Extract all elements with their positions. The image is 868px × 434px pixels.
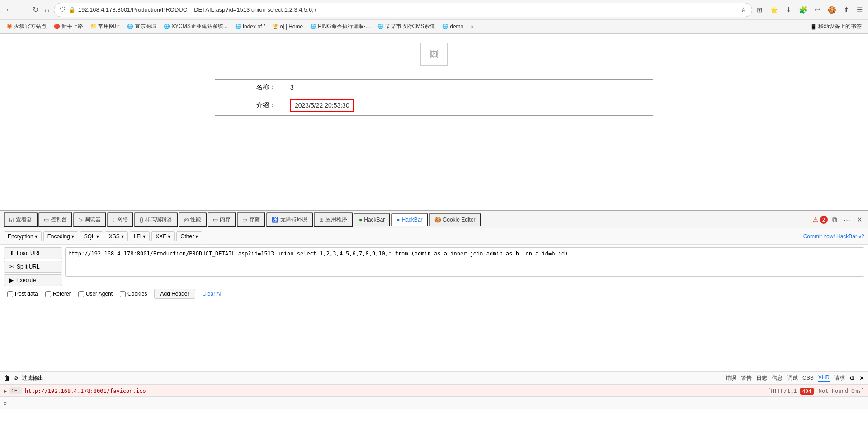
back-button[interactable]: ←: [4, 4, 14, 16]
dropdown-label: XXE: [156, 233, 166, 240]
execute-button[interactable]: ▶ Execute: [4, 274, 62, 286]
tab-console[interactable]: ▭ 控制台: [38, 212, 72, 227]
storage-icon: ▭: [242, 217, 247, 223]
dropdown-sql[interactable]: SQL ▾: [80, 231, 103, 241]
home-button[interactable]: ⌂: [43, 4, 51, 16]
nav-icons: ⊞ ⭐ ⬇ 🧩 ↩ 🍪 ⬆ ☰: [755, 4, 864, 16]
refresh-button[interactable]: ↻: [31, 4, 40, 16]
commit-now-text[interactable]: Commit now! HackBar v2: [803, 233, 864, 240]
tab-style-editor[interactable]: {} 样式编辑器: [134, 212, 178, 227]
tab-debugger[interactable]: ▷ 调试器: [73, 212, 106, 227]
address-bar[interactable]: 🛡 🔒 192.168.4.178:8001/Production/PRODUC…: [54, 3, 752, 17]
split-url-button[interactable]: ✂ Split URL: [4, 261, 62, 273]
devtools-expand-btn[interactable]: ⧉: [830, 214, 839, 226]
chevron-down-icon: ▾: [35, 233, 38, 240]
tab-label: 内存: [220, 216, 231, 223]
dropdown-encryption[interactable]: Encryption ▾: [4, 231, 42, 241]
table-label-name: 名称：: [215, 80, 283, 95]
bookmark-mobile[interactable]: 📱 移动设备上的书签: [807, 22, 864, 31]
bookmark-icon-firefox: 🦊: [6, 24, 13, 29]
console-tab-logs[interactable]: 日志: [756, 374, 767, 382]
console-tab-requests[interactable]: 请求: [834, 374, 845, 382]
tab-performance[interactable]: ◎ 性能: [179, 212, 207, 227]
log-expand-button[interactable]: ▶: [4, 388, 7, 394]
tab-hackbar2[interactable]: ● HackBar: [391, 213, 428, 226]
console-tab-errors[interactable]: 错误: [726, 374, 736, 382]
log-method-badge: GET: [9, 387, 22, 394]
tab-hackbar1[interactable]: ● HackBar: [354, 213, 390, 226]
bookmark-common[interactable]: 📁 常用网址: [88, 22, 123, 31]
checkbox-user-agent[interactable]: User Agent: [78, 291, 113, 297]
clear-all-button[interactable]: Clear All: [203, 291, 223, 297]
checkbox-post-data[interactable]: Post data: [7, 291, 38, 297]
cmd-chevron[interactable]: »: [4, 400, 7, 406]
console-gear-icon[interactable]: ⚙: [849, 375, 855, 382]
hackbar1-icon: ●: [359, 217, 362, 223]
dropdown-encoding[interactable]: Encoding ▾: [43, 231, 78, 241]
hackbar2-icon: ●: [396, 217, 400, 223]
bookmark-demo[interactable]: 🌐 demo: [439, 23, 466, 31]
menu-icon[interactable]: ☰: [855, 4, 864, 16]
console-tab-info[interactable]: 信息: [772, 374, 783, 382]
dropdown-xss[interactable]: XSS ▾: [105, 231, 128, 241]
post-data-checkbox[interactable]: [7, 291, 13, 297]
bookmark-more[interactable]: »: [468, 23, 476, 31]
tab-inspector[interactable]: ◱ 查看器: [4, 212, 38, 227]
content-table-wrapper: 名称： 3 介绍： 2023/5/22 20:53:30: [0, 79, 868, 116]
bookmark-label: Index of /: [243, 24, 265, 30]
bookmark-indexof[interactable]: 🌐 Index of /: [232, 23, 268, 31]
puzzle-icon[interactable]: 🧩: [797, 4, 809, 16]
bookmark-label: PING命令执行漏洞-...: [318, 23, 370, 30]
console-tab-bar: 错误 警告 日志 信息 调试 CSS XHR 请求 ⚙ ✕: [726, 374, 864, 382]
tab-memory[interactable]: ▭ 内存: [208, 212, 236, 227]
tab-cookie-editor[interactable]: 🍪 Cookie Editor: [429, 213, 481, 226]
chevron-down-icon: ▾: [121, 233, 124, 240]
console-tab-xhr[interactable]: XHR: [818, 374, 830, 382]
download-icon[interactable]: ⬇: [784, 4, 793, 16]
tab-accessibility[interactable]: ♿ 无障碍环境: [266, 212, 313, 227]
console-log-row: ▶ GET http://192.168.4.178:8001/favicon.…: [0, 385, 868, 396]
bookmark-firefox[interactable]: 🦊 火狐官方站点: [4, 22, 49, 31]
share-icon[interactable]: ⬆: [842, 4, 851, 16]
dropdown-xxe[interactable]: XXE ▾: [151, 231, 175, 241]
bookmark-cms[interactable]: 🌐 某某市政府CMS系统: [375, 22, 438, 31]
console-close-icon[interactable]: ✕: [859, 375, 864, 382]
forward-button[interactable]: →: [17, 4, 28, 16]
devtools-close-btn[interactable]: ✕: [855, 214, 864, 226]
cookies-checkbox[interactable]: [120, 291, 126, 297]
dropdown-other[interactable]: Other ▾: [176, 231, 202, 241]
star-icon[interactable]: ☆: [741, 6, 746, 13]
dropdown-lfi[interactable]: LFI ▾: [130, 231, 150, 241]
devtools-more-btn[interactable]: ⋯: [842, 214, 852, 226]
bookmark-star-icon[interactable]: ⭐: [768, 4, 780, 16]
referer-checkbox[interactable]: [45, 291, 51, 297]
bookmark-oj[interactable]: 🏆 oj | Home: [269, 23, 306, 31]
user-agent-checkbox[interactable]: [78, 291, 84, 297]
checkbox-cookies[interactable]: Cookies: [120, 291, 147, 297]
bookmark-jd[interactable]: 🌐 京东商城: [124, 22, 159, 31]
tab-application[interactable]: ⊞ 应用程序: [314, 212, 353, 227]
bookmark-ping[interactable]: 🌐 PING命令执行漏洞-...: [307, 22, 373, 31]
console-tab-css[interactable]: CSS: [802, 375, 814, 381]
hackbar-url-textarea[interactable]: http://192.168.4.178:8001/Production/PRO…: [65, 247, 864, 277]
bookmark-label: oj | Home: [280, 24, 303, 30]
back-arrow-icon[interactable]: ↩: [813, 4, 822, 16]
checkbox-referer[interactable]: Referer: [45, 291, 71, 297]
bookmark-xycms[interactable]: 🌐 XYCMS企业建站系统...: [161, 22, 231, 31]
dropdown-label: SQL: [84, 233, 95, 240]
bookmark-newuser[interactable]: 🔴 新手上路: [51, 22, 86, 31]
tab-network[interactable]: ↕ 网络: [107, 212, 133, 227]
inspector-icon: ◱: [9, 217, 14, 223]
tab-storage[interactable]: ▭ 存储: [237, 212, 265, 227]
hackbar-content: ⬆ Load URL ✂ Split URL ▶ Execute http://…: [0, 245, 868, 371]
clear-console-button[interactable]: 🗑: [4, 374, 10, 382]
add-header-button[interactable]: Add Header: [154, 289, 195, 299]
load-url-button[interactable]: ⬆ Load URL: [4, 247, 62, 259]
shield-icon: 🛡: [60, 6, 66, 13]
extensions-icon[interactable]: ⊞: [755, 4, 764, 16]
console-tab-warnings[interactable]: 警告: [741, 374, 752, 382]
tab-label: 样式编辑器: [145, 216, 172, 223]
cookie-icon[interactable]: 🍪: [826, 4, 838, 16]
dropdown-label: Encryption: [8, 233, 33, 240]
console-tab-debug[interactable]: 调试: [787, 374, 798, 382]
